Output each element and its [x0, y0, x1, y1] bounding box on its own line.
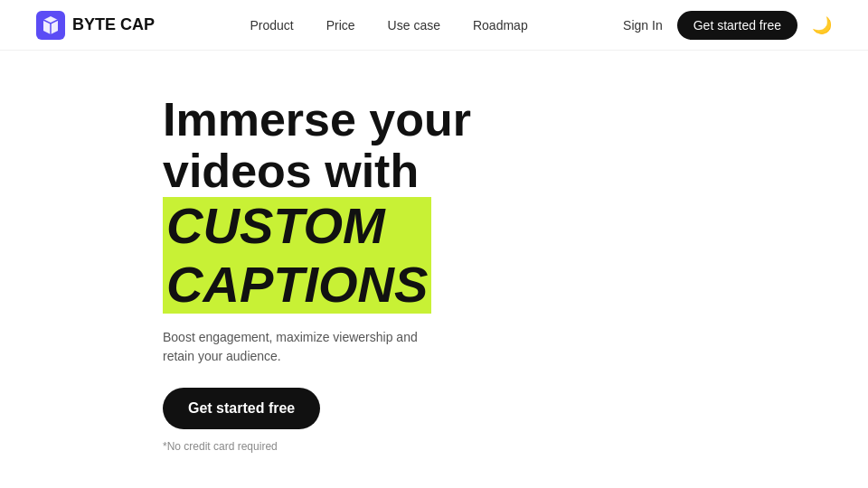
- nav-roadmap[interactable]: Roadmap: [473, 18, 528, 33]
- hero-subtitle: Boost engagement, maximize viewership an…: [163, 328, 452, 366]
- navbar: BYTE CAP Product Price Use case Roadmap …: [0, 0, 868, 51]
- nav-get-started-button[interactable]: Get started free: [677, 11, 797, 40]
- hero-cta-button[interactable]: Get started free: [163, 388, 320, 429]
- logo-text: BYTE CAP: [72, 15, 155, 34]
- nav-links: Product Price Use case Roadmap: [250, 18, 527, 33]
- hero-title-highlight: CUSTOMCAPTIONS: [163, 197, 431, 314]
- nav-actions: Sign In Get started free 🌙: [623, 11, 832, 40]
- nav-product[interactable]: Product: [250, 18, 293, 33]
- dark-mode-toggle[interactable]: 🌙: [812, 15, 832, 35]
- hero-section: Immerse your videos with CUSTOMCAPTIONS …: [0, 51, 542, 482]
- logo-icon: [36, 11, 65, 40]
- hero-disclaimer: *No credit card required: [163, 440, 506, 453]
- nav-use-case[interactable]: Use case: [388, 18, 440, 33]
- hero-title: Immerse your videos with CUSTOMCAPTIONS: [163, 94, 506, 314]
- logo[interactable]: BYTE CAP: [36, 11, 155, 40]
- sign-in-button[interactable]: Sign In: [623, 18, 663, 33]
- nav-price[interactable]: Price: [326, 18, 355, 33]
